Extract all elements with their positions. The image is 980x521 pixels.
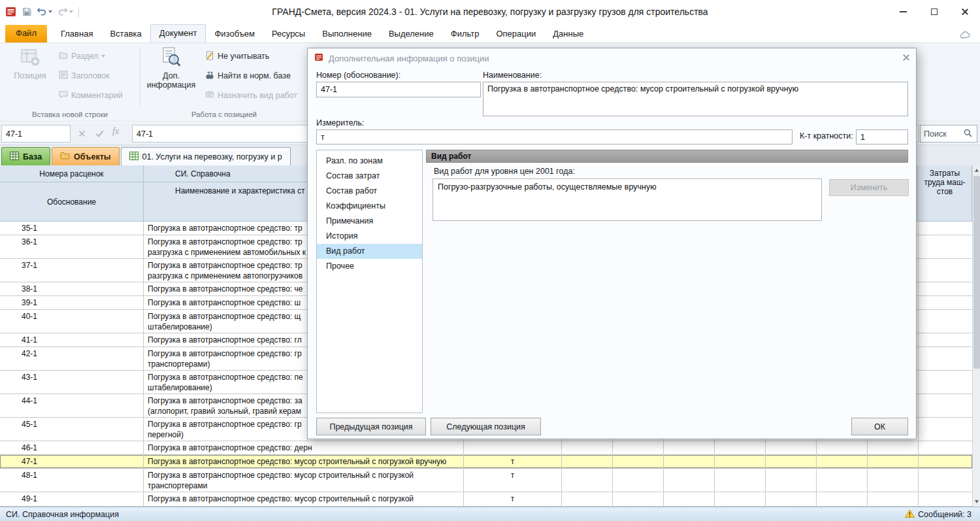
extra-info-label-2: информация [147,80,196,90]
table-row-48-1[interactable]: 48-1 Погрузка в автотранспортное средств… [0,469,972,492]
nav-item-cost-structure[interactable]: Состав затрат [317,169,422,184]
function-icon[interactable]: fx [112,126,119,137]
row-code: 36-1 [0,235,144,258]
row-code: 38-1 [0,282,144,295]
change-button[interactable]: Изменить [829,179,909,196]
row-code: 35-1 [0,222,144,235]
scroll-down-icon[interactable] [973,497,980,507]
ignore-button[interactable]: Не учитывать [203,48,272,64]
unit-label: Измеритель: [316,118,365,127]
search-box[interactable] [920,125,977,143]
name-field[interactable]: Погрузка в автотранспортное средство: му… [483,82,908,116]
qat-separator [78,7,79,17]
row-code: 43-1 [0,371,144,394]
confirm-icon[interactable] [95,128,104,140]
undo-icon[interactable] [37,7,52,16]
tab-base[interactable]: База [1,147,50,165]
empty-cell [817,492,868,506]
tab-filter[interactable]: Фильтр [442,25,488,42]
tab-file[interactable]: Файл [5,25,47,42]
base-icon [10,152,19,162]
row-code: 37-1 [0,259,144,282]
minimize-button[interactable] [888,0,919,24]
search-icon [964,128,972,140]
section-icon [59,51,68,61]
next-position-button[interactable]: Следующая позиция [431,418,541,435]
tab-resources[interactable]: Ресурсы [263,25,314,42]
insert-heading-label: Заголовок [71,71,110,80]
nav-item-other[interactable]: Прочее [317,259,422,274]
search-input[interactable] [924,129,962,139]
empty-cell [613,455,664,468]
nav-item-coefficients[interactable]: Коэффициенты [317,199,422,214]
cell-reference-box[interactable] [1,125,71,143]
tab-operations[interactable]: Операции [487,25,544,42]
work-type-label: Вид работ для уровня цен 2001 года: [434,167,575,176]
insert-comment-button[interactable]: Комментарий [56,88,125,103]
save-icon[interactable] [22,7,31,16]
maximize-button[interactable] [919,0,949,24]
nav-item-notes[interactable]: Примечания [317,214,422,229]
empty-cell [613,492,664,506]
empty-cell [766,455,817,468]
tab-home[interactable]: Главная [52,25,101,42]
tab-document-label: 01. Услуги на перевозку, погрузку и р [142,152,282,161]
empty-cell [868,455,919,468]
messages-area[interactable]: Сообщений: 3 [905,509,974,520]
comment-icon [59,90,68,101]
table-row-47-1-selected[interactable]: 47-1 Погрузка в автотранспортное средств… [0,455,972,469]
empty-cell [919,371,972,394]
find-in-base-button[interactable]: Найти в норм. базе [203,68,293,84]
nav-item-work-type-selected[interactable]: Вид работ [317,244,422,259]
empty-cell [562,492,613,506]
multiplier-field[interactable] [856,129,908,144]
ok-button[interactable]: ОК [851,418,908,435]
assign-work-type-button[interactable]: Назначить вид работ [203,88,300,103]
row-code: 46-1 [0,441,144,454]
tab-objects[interactable]: Объекты [52,147,119,165]
cloud-icon[interactable] [960,29,971,41]
cancel-icon[interactable] [78,128,86,140]
insert-section-button[interactable]: Раздел [56,48,108,64]
tab-base-label: База [23,152,42,161]
work-type-value-box[interactable]: Погрузо-разгрузочные работы, осуществляе… [433,178,822,221]
dialog-close-icon[interactable] [902,54,910,63]
nav-item-zones[interactable]: Разл. по зонам [317,154,422,169]
tab-selection[interactable]: Выделение [380,25,442,42]
insert-heading-button[interactable]: Заголовок [56,68,112,84]
extra-info-button[interactable]: Доп. информация [145,46,197,104]
find-in-base-icon [205,71,214,82]
redo-icon[interactable] [57,7,73,16]
scroll-up-icon[interactable] [973,165,980,175]
empty-cell [766,492,817,506]
insert-position-button[interactable]: Позиция [4,46,56,104]
tab-document[interactable]: Документ [150,24,206,42]
unit-field[interactable] [316,129,792,144]
insert-group-label: Вставка новой строки [0,110,140,118]
empty-cell [919,259,972,282]
tab-data[interactable]: Данные [544,25,592,42]
tab-phys-volume[interactable]: Физобъем [206,25,263,42]
ribbon-tab-bar: Файл Главная Вставка Документ Физобъем Р… [0,24,980,43]
header-justification[interactable]: Обоснование [0,182,144,222]
app-icon[interactable] [5,6,17,18]
header-codes[interactable]: Номера расценок [0,165,144,182]
number-field[interactable] [316,82,481,97]
vertical-scrollbar[interactable] [972,165,980,507]
empty-cell [562,441,613,454]
nav-item-history[interactable]: История [317,229,422,244]
nav-item-work-structure[interactable]: Состав работ [317,184,422,199]
title-bar: ГРАНД-Смета, версия 2024.3 - 01. Услуги … [0,0,980,24]
empty-cell [766,469,817,492]
close-button[interactable] [949,0,980,24]
header-labor[interactable]: Затраты труда маш-стов [918,165,972,222]
table-row-49-1[interactable]: 49-1 Погрузка в автотранспортное средств… [0,492,972,507]
table-row-46-1[interactable]: 46-1 Погрузка в автотранспортное средств… [0,441,972,455]
messages-count: Сообщений: 3 [918,510,972,519]
tab-insert[interactable]: Вставка [101,25,150,42]
empty-cell [919,222,972,235]
previous-position-button[interactable]: Предыдущая позиция [316,418,426,435]
scrollbar-thumb[interactable] [973,176,980,369]
tab-execution[interactable]: Выполнение [314,25,380,42]
tab-document-estimate[interactable]: 01. Услуги на перевозку, погрузку и р [121,147,291,165]
